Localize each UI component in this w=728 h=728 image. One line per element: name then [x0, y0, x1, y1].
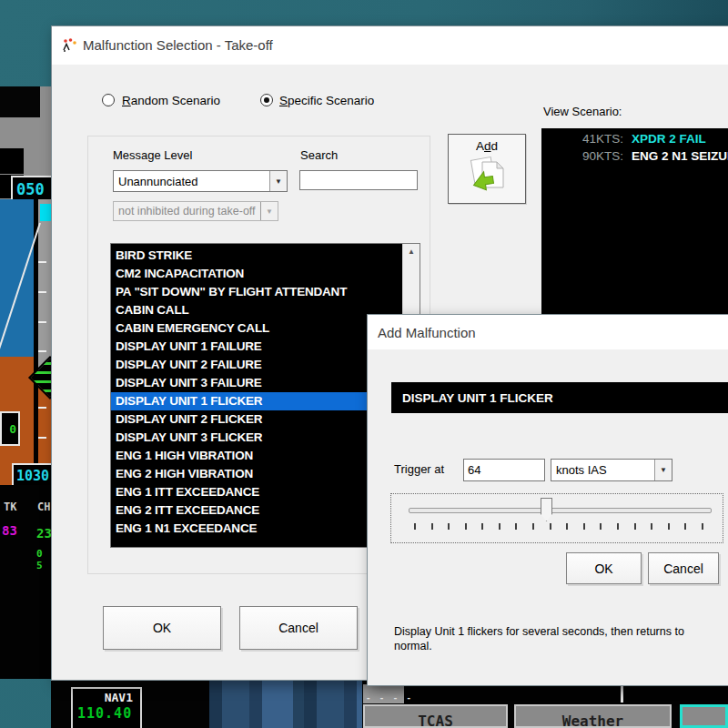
- cancel-button[interactable]: Cancel: [239, 606, 358, 650]
- pfd-gray-band: [40, 86, 51, 117]
- cyan-bordered-button[interactable]: [680, 704, 728, 728]
- list-item[interactable]: ENG 2 HIGH VIBRATION: [111, 465, 402, 483]
- slider-ticks: [414, 523, 703, 530]
- specific-scenario-label[interactable]: Specific Scenario: [279, 94, 374, 107]
- list-item[interactable]: BIRD STRIKE: [111, 247, 402, 265]
- bottom-display-stripes: [209, 679, 362, 728]
- chevron-down-icon[interactable]: ▼: [654, 460, 672, 480]
- ch-value: 23: [36, 526, 52, 541]
- ok-button[interactable]: OK: [103, 606, 221, 650]
- tape-tick: [38, 437, 46, 439]
- main-dialog-title: Malfunction Selection - Take-off: [83, 37, 273, 53]
- unit-combo[interactable]: knots IAS ▼: [551, 459, 672, 481]
- list-item[interactable]: CABIN EMERGENCY CALL: [111, 319, 402, 338]
- random-scenario-label[interactable]: Random Scenario: [122, 94, 220, 107]
- list-item[interactable]: ENG 1 HIGH VIBRATION: [111, 447, 402, 465]
- message-level-label: Message Level: [113, 148, 192, 162]
- malfunction-list: BIRD STRIKECM2 INCAPACITATIONPA "SIT DOW…: [111, 247, 402, 538]
- attitude-sky: [0, 199, 36, 357]
- mini-readout: 0: [0, 411, 20, 446]
- nav1-label: NAV1: [73, 689, 140, 704]
- trigger-value-input[interactable]: [463, 459, 545, 481]
- list-item[interactable]: ENG 2 ITT EXCEEDANCE: [111, 501, 402, 520]
- green-digit-0: 0: [36, 548, 43, 560]
- tcas-button[interactable]: TCAS: [363, 704, 508, 728]
- trigger-at-label: Trigger at: [394, 462, 444, 476]
- app-icon: [62, 38, 77, 53]
- view-scenario-panel: 41KTS: XPDR 2 FAIL 90KTS: ENG 2 N1 SEIZU…: [541, 128, 728, 316]
- list-item[interactable]: ENG 1 ITT EXCEEDANCE: [111, 483, 402, 501]
- speed-bug: [40, 204, 51, 221]
- random-scenario-radio[interactable]: [102, 94, 115, 106]
- message-level-value: Unannunciated: [114, 175, 269, 188]
- list-item[interactable]: PA "SIT DOWN" BY FLIGHT ATTENDANT: [111, 283, 402, 301]
- list-item[interactable]: DISPLAY UNIT 1 FLICKER: [111, 392, 402, 410]
- add-button-label: Add: [449, 139, 525, 153]
- tape-tick: [38, 350, 46, 352]
- cancel-button[interactable]: Cancel: [648, 552, 719, 584]
- track-value: 83: [2, 523, 17, 538]
- ok-button[interactable]: OK: [566, 552, 642, 584]
- malfunction-banner: DISPLAY UNIT 1 FLICKER: [391, 382, 728, 413]
- scenario-name: XPDR 2 FAIL: [632, 132, 706, 146]
- scenario-trigger: 41KTS:: [541, 132, 623, 146]
- specific-scenario-radio[interactable]: [260, 94, 273, 106]
- tape-tick: [38, 321, 46, 323]
- malfunction-description: Display Unit 1 flickers for several seco…: [394, 625, 702, 653]
- add-button[interactable]: Add: [448, 134, 526, 204]
- scenario-row: 41KTS: XPDR 2 FAIL: [541, 132, 728, 146]
- chevron-down-icon[interactable]: ▼: [269, 171, 287, 191]
- green-digit-5: 5: [36, 560, 43, 571]
- tape-tick: [38, 261, 46, 263]
- list-item[interactable]: ENG 1 N1 EXCEEDANCE: [111, 520, 402, 538]
- search-input[interactable]: [299, 170, 418, 190]
- list-item[interactable]: CABIN CALL: [111, 301, 402, 319]
- search-label: Search: [300, 148, 338, 162]
- list-item[interactable]: DISPLAY UNIT 1 FAILURE: [111, 338, 402, 356]
- weather-button[interactable]: Weather: [514, 704, 672, 728]
- scenario-row: 90KTS: ENG 2 N1 SEIZUR: [541, 149, 728, 163]
- desktop: 050 0 1030 TK CH 83 23 0 5 NAV1 110.40 -…: [0, 0, 728, 728]
- list-item[interactable]: CM2 INCAPACITATION: [111, 265, 402, 283]
- nav1-readout: NAV1 110.40: [71, 687, 142, 728]
- unit-value: knots IAS: [551, 463, 654, 477]
- tk-label: TK: [4, 500, 16, 513]
- slider-track[interactable]: [409, 508, 712, 513]
- inhibit-filter-value: not inhibited during take-off: [114, 205, 260, 217]
- list-item[interactable]: DISPLAY UNIT 3 FAILURE: [111, 374, 402, 392]
- pfd-black-square: [0, 148, 24, 174]
- mini-panel-dashes: - - - -: [366, 693, 413, 703]
- bottom-tick-mark: [621, 684, 623, 703]
- view-scenario-label: View Scenario:: [543, 105, 622, 118]
- chevron-down-icon: ▼: [260, 202, 278, 220]
- slider-thumb[interactable]: [541, 498, 552, 521]
- tape-tick: [38, 407, 46, 409]
- scenario-name: ENG 2 N1 SEIZUR: [632, 149, 728, 163]
- add-malfunction-dialog: Add Malfunction DISPLAY UNIT 1 FLICKER T…: [367, 314, 728, 686]
- add-dialog-title: Add Malfunction: [378, 325, 476, 340]
- inhibit-filter-combo: not inhibited during take-off ▼: [113, 201, 278, 221]
- list-item[interactable]: DISPLAY UNIT 3 FLICKER: [111, 429, 402, 447]
- nav1-frequency: 110.40: [73, 704, 140, 722]
- scrollbar-up-icon[interactable]: ▲: [403, 244, 420, 259]
- tape-tick: [38, 291, 46, 293]
- add-scenario-icon: [466, 153, 508, 195]
- list-item[interactable]: DISPLAY UNIT 2 FLICKER: [111, 410, 402, 429]
- trigger-slider[interactable]: [390, 493, 723, 543]
- message-level-combo[interactable]: Unannunciated ▼: [113, 170, 288, 192]
- scenario-trigger: 90KTS:: [541, 149, 623, 163]
- ch-label: CH: [37, 500, 50, 513]
- pfd-lower-black: [0, 485, 51, 679]
- list-item[interactable]: DISPLAY UNIT 2 FAILURE: [111, 356, 402, 374]
- pfd-black-band: [0, 86, 40, 117]
